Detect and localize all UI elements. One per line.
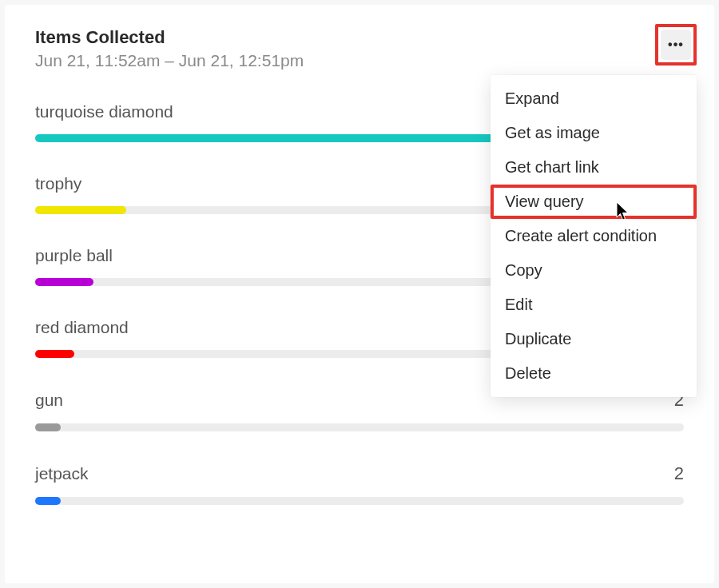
bar-fill	[35, 423, 61, 431]
menu-item-create-alert-condition[interactable]: Create alert condition	[491, 219, 697, 253]
menu-item-view-query[interactable]: View query	[491, 185, 697, 219]
menu-item-delete[interactable]: Delete	[491, 356, 697, 391]
more-button-highlight: •••	[655, 24, 697, 66]
bar-track	[35, 423, 684, 431]
chart-widget-card: ••• Items Collected Jun 21, 11:52am – Ju…	[5, 5, 714, 583]
bar-label: gun	[35, 391, 63, 410]
bar-value: 2	[674, 463, 684, 484]
bar-label-row: jetpack2	[35, 463, 684, 484]
ellipsis-icon: •••	[668, 38, 684, 52]
bar-label: purple ball	[35, 246, 113, 265]
bar-fill	[35, 497, 61, 505]
menu-item-copy[interactable]: Copy	[491, 253, 697, 288]
menu-item-get-chart-link[interactable]: Get chart link	[491, 150, 697, 185]
bar-track	[35, 497, 684, 505]
bar-label: trophy	[35, 174, 81, 193]
bar-fill	[35, 134, 528, 142]
bar-fill	[35, 350, 74, 358]
menu-item-expand[interactable]: Expand	[491, 81, 697, 116]
menu-item-get-as-image[interactable]: Get as image	[491, 116, 697, 150]
context-menu: ExpandGet as imageGet chart linkView que…	[491, 75, 697, 397]
chart-time-range: Jun 21, 11:52am – Jun 21, 12:51pm	[35, 51, 684, 70]
bar-label: turquoise diamond	[35, 102, 173, 121]
bar-label: red diamond	[35, 318, 129, 337]
bar-label: jetpack	[35, 464, 89, 483]
menu-item-duplicate[interactable]: Duplicate	[491, 322, 697, 356]
menu-item-edit[interactable]: Edit	[491, 288, 697, 322]
bar-fill	[35, 206, 126, 214]
chart-title: Items Collected	[35, 27, 684, 48]
bar-row: jetpack2	[35, 463, 684, 505]
bar-fill	[35, 278, 93, 286]
more-button[interactable]: •••	[661, 30, 691, 60]
